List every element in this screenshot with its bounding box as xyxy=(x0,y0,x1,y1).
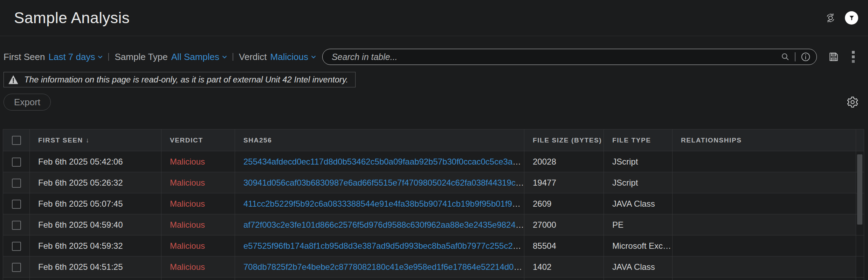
cell-file-size: 19477 xyxy=(524,172,604,193)
cell-relationships xyxy=(673,193,856,214)
verdict-dropdown[interactable]: Malicious xyxy=(270,52,316,62)
cell-file-type: JScript xyxy=(604,172,673,193)
actions-row: Export xyxy=(0,94,868,111)
chevron-down-icon xyxy=(311,55,316,59)
filter-sample-type: Sample Type All Samples xyxy=(115,52,227,62)
sample-type-dropdown[interactable]: All Samples xyxy=(171,52,227,62)
divider xyxy=(233,53,233,61)
cell-relationships xyxy=(673,214,856,235)
top-bar: Sample Analysis xyxy=(0,0,868,36)
cell-verdict: Malicious xyxy=(161,256,235,278)
cell-file-size: 2609 xyxy=(524,193,604,214)
export-button[interactable]: Export xyxy=(4,94,51,111)
column-header-sha256[interactable]: SHA256 xyxy=(235,129,524,151)
table-row-partial xyxy=(3,278,864,280)
cell-verdict: Malicious xyxy=(161,235,235,256)
filter-label: First Seen xyxy=(4,52,45,62)
sha256-link[interactable]: af72f003c2e3fe101d866c2576f5d976d9588c63… xyxy=(243,220,524,229)
table-row[interactable]: Feb 6th 2025 04:51:25 Malicious 708db782… xyxy=(3,256,864,278)
column-header-file-type[interactable]: FILE TYPE xyxy=(604,129,673,151)
sha256-link[interactable]: e57525f96fb174a8f1cb95d8d3e387ad9d5d993b… xyxy=(243,241,524,251)
search-icon[interactable] xyxy=(781,52,790,61)
cell-first-seen: Feb 6th 2025 05:42:06 xyxy=(30,151,161,172)
table-settings-gear-icon[interactable] xyxy=(846,96,859,108)
search-input[interactable] xyxy=(332,52,781,62)
cell-file-type: JAVA Class xyxy=(604,256,673,278)
row-checkbox[interactable] xyxy=(12,242,21,251)
funnel-icon xyxy=(849,15,855,21)
scrollbar-track xyxy=(856,235,864,256)
table-row[interactable]: Feb 6th 2025 04:59:40 Malicious af72f003… xyxy=(3,214,864,235)
cell-first-seen: Feb 6th 2025 04:59:32 xyxy=(30,235,161,256)
cell-relationships xyxy=(673,172,856,193)
cell-file-size: 27000 xyxy=(524,214,604,235)
table-row[interactable]: Feb 6th 2025 05:07:45 Malicious 411cc2b5… xyxy=(3,193,864,214)
filter-label: Verdict xyxy=(239,52,267,62)
sha256-link[interactable]: 708db7825f2b7e4bebe2c8778082180c41e3e958… xyxy=(243,262,524,272)
divider xyxy=(795,52,795,61)
page-title: Sample Analysis xyxy=(14,9,130,27)
table-row[interactable]: Feb 6th 2025 05:26:32 Malicious 30941d05… xyxy=(3,172,864,193)
filter-verdict: Verdict Malicious xyxy=(239,52,316,62)
notice-text: The information on this page is read-onl… xyxy=(24,75,348,85)
column-header-file-size[interactable]: FILE SIZE (BYTES) xyxy=(524,129,604,151)
row-checkbox[interactable] xyxy=(12,200,21,209)
row-checkbox[interactable] xyxy=(12,179,21,188)
cell-first-seen: Feb 6th 2025 04:59:40 xyxy=(30,214,161,235)
table-row[interactable]: Feb 6th 2025 05:42:06 Malicious 255434af… xyxy=(3,151,864,172)
cell-file-type: JScript xyxy=(604,151,673,172)
cell-file-type: PE xyxy=(604,214,673,235)
sample-analysis-page: Sample Analysis First Seen xyxy=(0,0,868,280)
cell-relationships xyxy=(673,256,856,278)
cell-file-size: 1402 xyxy=(524,256,604,278)
info-icon[interactable] xyxy=(800,52,811,62)
cell-verdict: Malicious xyxy=(161,193,235,214)
filter-toolbar: First Seen Last 7 days Sample Type All S… xyxy=(0,48,868,66)
first-seen-dropdown[interactable]: Last 7 days xyxy=(49,52,103,62)
chevron-down-icon xyxy=(98,55,103,59)
filter-avatar-button[interactable] xyxy=(845,11,858,25)
scrollbar-track xyxy=(856,129,864,151)
sha256-link[interactable]: 255434afdecd0ec117d8d0b53462c5b0a09faab9… xyxy=(243,157,524,166)
divider xyxy=(108,53,109,61)
samples-table: FIRST SEEN↓ VERDICT SHA256 FILE SIZE (BY… xyxy=(3,129,868,280)
cell-first-seen: Feb 6th 2025 05:26:32 xyxy=(30,172,161,193)
more-options-kebab-icon[interactable] xyxy=(852,51,855,63)
vertical-scrollbar-thumb[interactable] xyxy=(857,154,862,225)
cell-file-size: 20028 xyxy=(524,151,604,172)
scrollbar-track xyxy=(856,256,864,278)
cell-file-type: Microsoft Excel 9… xyxy=(604,235,673,256)
cell-first-seen: Feb 6th 2025 04:51:25 xyxy=(30,256,161,278)
table-row[interactable]: Feb 6th 2025 04:59:32 Malicious e57525f9… xyxy=(3,235,864,256)
warning-icon xyxy=(8,75,19,85)
row-checkbox[interactable] xyxy=(12,263,21,272)
read-only-notice: The information on this page is read-onl… xyxy=(4,72,356,87)
save-view-icon[interactable] xyxy=(828,51,839,62)
row-checkbox[interactable] xyxy=(12,158,21,167)
table-header-row: FIRST SEEN↓ VERDICT SHA256 FILE SIZE (BY… xyxy=(3,129,864,151)
column-header-relationships[interactable]: RELATIONSHIPS xyxy=(673,129,856,151)
cell-first-seen: Feb 6th 2025 05:07:45 xyxy=(30,193,161,214)
cell-file-size: 85504 xyxy=(524,235,604,256)
cell-relationships xyxy=(673,151,856,172)
column-header-first-seen[interactable]: FIRST SEEN↓ xyxy=(30,129,161,151)
row-checkbox[interactable] xyxy=(12,221,21,230)
search-bar xyxy=(322,49,817,65)
chevron-down-icon xyxy=(222,55,227,59)
sha256-link[interactable]: 411cc2b5229f5b92c6a0833388544e91e4fa38b5… xyxy=(243,199,524,208)
cell-relationships xyxy=(673,235,856,256)
select-all-checkbox[interactable] xyxy=(12,136,21,145)
filter-label: Sample Type xyxy=(115,52,167,62)
refresh-icon[interactable] xyxy=(825,13,836,23)
filter-first-seen: First Seen Last 7 days xyxy=(4,52,103,62)
sort-desc-icon: ↓ xyxy=(86,136,90,144)
cell-verdict: Malicious xyxy=(161,172,235,193)
sha256-link[interactable]: 30941d056caf03b6830987e6ad66f5515e7f4709… xyxy=(243,178,524,187)
cell-file-type: JAVA Class xyxy=(604,193,673,214)
column-header-verdict[interactable]: VERDICT xyxy=(161,129,235,151)
cell-verdict: Malicious xyxy=(161,214,235,235)
cell-verdict: Malicious xyxy=(161,151,235,172)
